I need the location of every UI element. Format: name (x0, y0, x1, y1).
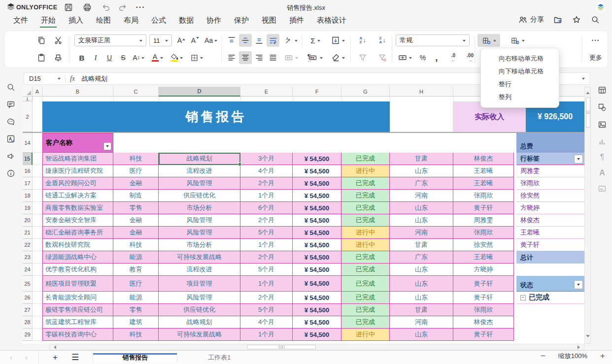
cell-service-row28[interactable]: 战略规划 (159, 316, 240, 329)
align-left-button[interactable] (225, 51, 238, 64)
menu-tab-7[interactable]: 协作 (205, 14, 222, 29)
sort-ascending-button[interactable]: AZ↓ (354, 34, 371, 47)
cell-status-row23[interactable]: 已完成 (341, 251, 390, 264)
image-settings-icon[interactable] (597, 119, 608, 130)
cell-client-row18[interactable]: 链通工业解决方案 (42, 190, 113, 202)
menu-tab-11[interactable]: 表格设计 (316, 14, 347, 29)
increase-font-button[interactable]: A (175, 34, 188, 47)
expand-formula-bar-caret[interactable] (582, 78, 585, 81)
cell-industry-row28[interactable]: 建筑 (113, 316, 159, 329)
report-banner[interactable]: 销售报告 (42, 101, 390, 132)
row-header-15[interactable]: 15 (23, 153, 33, 165)
cell-duration-row20[interactable]: 2个月 (240, 214, 293, 227)
row-header-26[interactable]: 26 (23, 292, 33, 304)
cell-client-row28[interactable]: 筑蓝建筑工程智库 (42, 316, 113, 329)
cell-region-row20[interactable]: 山东 (390, 214, 453, 227)
column-header-A[interactable]: A (33, 87, 42, 97)
cell-region-row23[interactable]: 广东 (390, 251, 453, 264)
cell-service-row24[interactable]: 流程改进 (159, 264, 240, 276)
selected-cell-outline[interactable] (159, 153, 240, 165)
borders-button[interactable] (188, 51, 205, 64)
cell-duration-row22[interactable]: 1个月 (240, 239, 293, 251)
cell-client-row16[interactable]: 捷康医疗流程研究院 (42, 165, 113, 177)
share-button[interactable]: 分享 (518, 15, 544, 25)
cell-industry-row17[interactable]: 金融 (113, 177, 159, 190)
row-header-22[interactable]: 22 (23, 239, 33, 251)
accounting-style-button[interactable] (396, 51, 413, 64)
cell-industry-row19[interactable]: 零售 (113, 202, 159, 214)
cell-industry-row26[interactable]: 能源 (113, 292, 159, 304)
clear-filter-button[interactable] (374, 51, 391, 64)
table-header-client[interactable]: 客户名称 (42, 133, 113, 153)
avatar[interactable] (596, 2, 606, 12)
vertical-scroll-thumb[interactable] (586, 97, 590, 128)
pivot-status-value-row[interactable]: −已完成 (516, 292, 584, 304)
column-header-E[interactable]: E (240, 87, 293, 97)
insert-menu-item[interactable]: 向右移动单元格 (481, 52, 559, 65)
pivot-name-row[interactable]: 方晓婷 (516, 202, 584, 214)
formula-input[interactable]: 战略规划 (82, 74, 107, 83)
select-all-corner[interactable] (23, 87, 33, 97)
cell-status-row15[interactable]: 已完成 (341, 153, 390, 165)
column-header-C[interactable]: C (113, 87, 159, 97)
menu-tab-5[interactable]: 公式 (150, 14, 167, 29)
cell-rep-row27[interactable]: 张雨欣 (453, 304, 514, 316)
menu-tab-9[interactable]: 视图 (261, 14, 277, 29)
cell-duration-row29[interactable]: 1个月 (240, 329, 293, 341)
cell-region-row22[interactable]: 甘肃 (390, 239, 453, 251)
cell-rep-row17[interactable]: 王若曦 (453, 177, 514, 190)
text-art-settings-icon[interactable]: A (597, 167, 608, 178)
cell-client-row24[interactable]: 优学教育优化机构 (42, 264, 113, 276)
sort-descending-button[interactable]: ZA↓ (374, 34, 391, 47)
menu-tab-4[interactable]: 布局 (123, 14, 139, 29)
cell-service-row22[interactable]: 市场分析 (159, 239, 240, 251)
pivot-name-row[interactable]: 徐安然 (516, 190, 584, 202)
cell-status-row22[interactable]: 进行中 (341, 239, 390, 251)
cell-fee-row21[interactable]: ¥ 54,500 (293, 227, 341, 239)
scroll-right-arrow[interactable] (578, 345, 582, 349)
cell-fee-row17[interactable]: ¥ 54,500 (293, 177, 341, 190)
pivot-settings-icon[interactable]: ¶ (597, 152, 608, 163)
cell-col-a[interactable] (33, 292, 42, 304)
row-header-25[interactable]: 25 (23, 276, 33, 292)
copy-button[interactable] (35, 34, 48, 47)
horizontal-scroll-thumb[interactable] (247, 345, 316, 349)
insert-menu-item[interactable]: 向下移动单元格 (481, 65, 559, 78)
cell-region-row28[interactable]: 河南 (390, 316, 453, 329)
row-header-1[interactable]: 1 (23, 97, 33, 101)
toolbar-more-button[interactable]: ··· (587, 34, 605, 47)
cell-fee-row28[interactable]: ¥ 54,500 (293, 316, 341, 329)
cell-rep-row21[interactable]: 张雨欣 (453, 227, 514, 239)
cut-button[interactable] (52, 34, 65, 47)
cell-status-row19[interactable]: 已完成 (341, 202, 390, 214)
format-painter-button[interactable] (52, 51, 65, 64)
cell-industry-row24[interactable]: 教育 (113, 264, 159, 276)
cell-service-row18[interactable]: 供应链优化 (159, 190, 240, 202)
cell-rep-row25[interactable]: 黄子轩 (453, 276, 514, 292)
vertical-scrollbar[interactable] (584, 87, 591, 344)
filter-button[interactable] (103, 142, 111, 150)
cell-rep-row22[interactable]: 徐安然 (453, 239, 514, 251)
merge-cells-button[interactable] (281, 51, 300, 64)
cell-col-a[interactable] (33, 165, 42, 177)
cell-client-row27[interactable]: 极链零售供应链公司 (42, 304, 113, 316)
cell-client-row15[interactable]: 智远战略咨询集团 (42, 153, 113, 165)
cell-service-row21[interactable]: 风险管理 (159, 227, 240, 239)
pivot-row-labels-dropdown[interactable] (574, 155, 583, 164)
row-header-29[interactable]: 29 (23, 329, 33, 341)
cell-service-row26[interactable]: 风险管理 (159, 292, 240, 304)
cell-industry-row23[interactable]: 能源 (113, 251, 159, 264)
feedback-icon[interactable] (5, 151, 16, 162)
chart-settings-icon[interactable] (597, 136, 608, 147)
cell-fee-row27[interactable]: ¥ 54,500 (293, 304, 341, 316)
cell-fee-row15[interactable]: ¥ 54,500 (293, 153, 341, 165)
cell-rep-row15[interactable]: 林俊杰 (453, 153, 514, 165)
prev-sheet-button[interactable]: ‹ (10, 353, 12, 362)
cell-service-row27[interactable]: 供应链优化 (159, 304, 240, 316)
cell-region-row16[interactable]: 山东 (390, 165, 453, 177)
cell-fee-row18[interactable]: ¥ 54,500 (293, 190, 341, 202)
favorite-icon[interactable] (572, 15, 581, 25)
cell-service-row25[interactable]: 项目管理 (159, 276, 240, 292)
cell-service-row16[interactable]: 流程改进 (159, 165, 240, 177)
shape-settings-icon[interactable] (597, 102, 608, 113)
